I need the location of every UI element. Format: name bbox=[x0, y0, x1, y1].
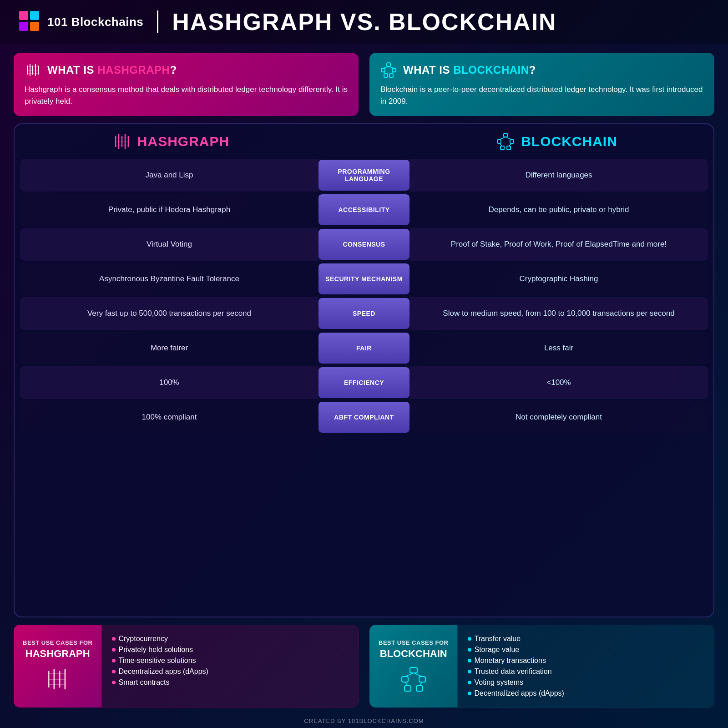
blockchain-intro-desc: Blockchain is a peer-to-peer decentraliz… bbox=[380, 84, 703, 107]
svg-rect-16 bbox=[389, 74, 393, 77]
list-item: Storage value bbox=[468, 644, 704, 655]
hashgraph-intro-desc: Hashgraph is a consensus method that dea… bbox=[25, 84, 348, 107]
use-case-text: Time-sensitive solutions bbox=[118, 657, 196, 665]
svg-line-18 bbox=[389, 66, 394, 68]
hashgraph-use-list-area: CryptocurrencyPrivately held solutionsTi… bbox=[101, 625, 359, 708]
svg-rect-32 bbox=[500, 146, 504, 150]
comp-blockchain-0: Different languages bbox=[410, 159, 708, 192]
list-item: Trusted data verification bbox=[468, 666, 704, 677]
blockchain-intro-header: WHAT IS BLOCKCHAIN? bbox=[380, 62, 703, 78]
comp-blockchain-4: Slow to medium speed, from 100 to 10,000… bbox=[410, 297, 708, 330]
logo-text: 101 Blockchains bbox=[47, 15, 143, 29]
comp-category-6: EFFICIENCY bbox=[318, 367, 410, 398]
hashgraph-use-icon bbox=[44, 666, 71, 693]
page-title: HASHGRAPH VS. BLOCKCHAIN bbox=[172, 8, 556, 35]
comp-category-2: CONSENSUS bbox=[318, 229, 410, 260]
comp-hashgraph-7: 100% compliant bbox=[20, 401, 318, 434]
header-divider bbox=[157, 10, 158, 33]
use-case-text: Cryptocurrency bbox=[118, 635, 167, 643]
comparison-row-7: 100% compliantABFT COMPLIANTNot complete… bbox=[20, 401, 708, 434]
list-item: Smart contracts bbox=[112, 677, 348, 688]
use-case-text: Decentralized apps (dApps) bbox=[118, 667, 208, 676]
hashgraph-intro-header: WHAT IS HASHGRAPH? bbox=[25, 62, 348, 78]
blockchain-use-label-area: BEST USE CASES FOR BLOCKCHAIN bbox=[369, 625, 457, 708]
svg-rect-33 bbox=[507, 146, 511, 150]
comparison-row-0: Java and LispPROGRAMMING LANGUAGEDiffere… bbox=[20, 159, 708, 192]
bullet-icon bbox=[468, 681, 471, 684]
comp-category-3: SECURITY MECHANISM bbox=[318, 263, 410, 294]
comparison-row-1: Private, public if Hedera HashgraphACCES… bbox=[20, 193, 708, 226]
footer-text: CREATED BY 101BLOCKCHAINS.COM bbox=[304, 718, 424, 724]
comp-blockchain-3: Cryptographic Hashing bbox=[410, 263, 708, 295]
header: 101 Blockchains HASHGRAPH VS. BLOCKCHAIN bbox=[0, 0, 728, 44]
svg-rect-3 bbox=[30, 22, 39, 31]
hashgraph-use-title: HASHGRAPH bbox=[25, 648, 90, 660]
svg-rect-29 bbox=[504, 133, 507, 137]
use-case-text: Trusted data verification bbox=[474, 667, 551, 676]
svg-rect-1 bbox=[30, 11, 39, 20]
blockchain-use-label: BEST USE CASES FOR bbox=[379, 639, 448, 646]
hashgraph-intro-title: WHAT IS HASHGRAPH? bbox=[47, 64, 177, 76]
footer: CREATED BY 101BLOCKCHAINS.COM bbox=[0, 714, 728, 728]
svg-rect-13 bbox=[381, 68, 385, 72]
svg-line-52 bbox=[405, 682, 408, 686]
comp-blockchain-6: <100% bbox=[410, 366, 708, 399]
list-item: Decentralized apps (dApps) bbox=[112, 666, 348, 677]
hashgraph-col-title: HASHGRAPH bbox=[137, 134, 229, 149]
comp-hashgraph-1: Private, public if Hedera Hashgraph bbox=[20, 193, 318, 226]
comp-hashgraph-5: More fairer bbox=[20, 332, 318, 364]
hashgraph-use-card: BEST USE CASES FOR HASHGRAPH Cryptocurre… bbox=[14, 625, 359, 708]
svg-rect-45 bbox=[410, 667, 417, 673]
hashgraph-use-list: CryptocurrencyPrivately held solutionsTi… bbox=[112, 633, 348, 688]
bullet-icon bbox=[468, 659, 471, 662]
comparison-header: HASHGRAPH BLOCKCHAIN bbox=[15, 129, 713, 157]
svg-line-36 bbox=[499, 143, 502, 146]
list-item: Transfer value bbox=[468, 633, 704, 644]
svg-line-37 bbox=[509, 143, 512, 146]
comparison-rows: Java and LispPROGRAMMING LANGUAGEDiffere… bbox=[15, 159, 713, 434]
comp-blockchain-2: Proof of Stake, Proof of Work, Proof of … bbox=[410, 228, 708, 261]
comp-hashgraph-6: 100% bbox=[20, 366, 318, 399]
bullet-icon bbox=[112, 681, 116, 684]
bullet-icon bbox=[112, 659, 116, 662]
comp-hashgraph-2: Virtual Voting bbox=[20, 228, 318, 261]
svg-rect-46 bbox=[402, 677, 408, 682]
comp-blockchain-5: Less fair bbox=[410, 332, 708, 364]
comp-blockchain-7: Not completely compliant bbox=[410, 401, 708, 434]
svg-rect-14 bbox=[392, 68, 396, 72]
svg-rect-30 bbox=[497, 140, 501, 143]
comp-blockchain-1: Depends, can be public, private or hybri… bbox=[410, 193, 708, 226]
svg-rect-31 bbox=[510, 140, 514, 143]
blockchain-intro-title: WHAT IS BLOCKCHAIN? bbox=[403, 64, 536, 76]
hashgraph-intro-icon bbox=[25, 62, 41, 78]
comparison-row-2: Virtual VotingCONSENSUSProof of Stake, P… bbox=[20, 228, 708, 261]
comparison-row-5: More fairerFAIRLess fair bbox=[20, 332, 708, 364]
svg-line-53 bbox=[420, 682, 422, 686]
comp-category-0: PROGRAMMING LANGUAGE bbox=[318, 160, 410, 191]
svg-line-51 bbox=[414, 673, 422, 677]
bullet-icon bbox=[468, 648, 471, 652]
blockchain-col-title: BLOCKCHAIN bbox=[521, 134, 617, 149]
logo-icon bbox=[18, 10, 42, 34]
comp-category-5: FAIR bbox=[318, 333, 410, 364]
comparison-row-4: Very fast up to 500,000 transactions per… bbox=[20, 297, 708, 330]
blockchain-intro-card: WHAT IS BLOCKCHAIN? Blockchain is a peer… bbox=[369, 53, 714, 116]
svg-rect-15 bbox=[384, 74, 388, 77]
hashgraph-use-label-area: BEST USE CASES FOR HASHGRAPH bbox=[14, 625, 101, 708]
blockchain-use-icon bbox=[400, 666, 427, 693]
comparison-row-3: Asynchronous Byzantine Fault ToleranceSE… bbox=[20, 263, 708, 295]
svg-line-17 bbox=[383, 66, 389, 68]
list-item: Decentralized apps (dApps) bbox=[468, 688, 704, 699]
comp-hashgraph-0: Java and Lisp bbox=[20, 159, 318, 192]
list-item: Voting systems bbox=[468, 677, 704, 688]
svg-line-35 bbox=[506, 137, 512, 140]
svg-rect-47 bbox=[419, 677, 425, 682]
blockchain-col-icon bbox=[496, 132, 515, 151]
blockchain-use-card: BEST USE CASES FOR BLOCKCHAIN Transfer v… bbox=[369, 625, 714, 708]
comp-hashgraph-4: Very fast up to 500,000 transactions per… bbox=[20, 297, 318, 330]
use-case-text: Privately held solutions bbox=[118, 646, 193, 654]
svg-rect-48 bbox=[404, 686, 411, 691]
comp-hashgraph-3: Asynchronous Byzantine Fault Tolerance bbox=[20, 263, 318, 295]
list-item: Privately held solutions bbox=[112, 644, 348, 655]
svg-rect-0 bbox=[19, 11, 28, 20]
